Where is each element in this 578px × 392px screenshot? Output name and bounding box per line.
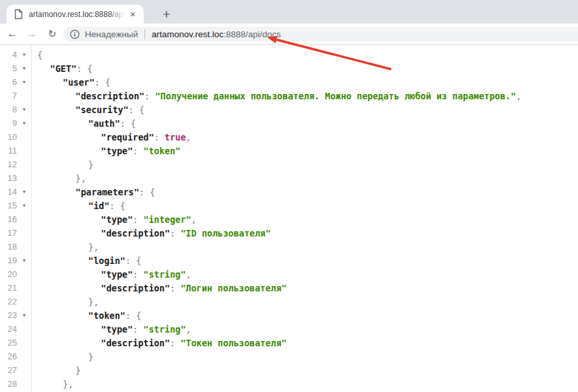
json-line: 20"type": "string", <box>0 267 578 281</box>
line-number: 21 <box>0 283 17 293</box>
json-punctuation: : <box>133 269 143 280</box>
line-number: 16 <box>0 214 17 224</box>
json-string-value: "Получение данных пользователя. Можно пе… <box>155 91 516 101</box>
json-string-value: "integer" <box>144 214 191 225</box>
json-code: }, <box>31 379 578 389</box>
json-code: "type": "token" <box>31 146 578 156</box>
new-tab-button[interactable]: + <box>158 6 175 23</box>
json-line: 23▼"token": { <box>0 308 578 322</box>
json-punctuation: , <box>186 269 191 280</box>
json-code: "type": "integer", <box>31 214 578 225</box>
line-number: 20 <box>0 269 17 279</box>
back-button[interactable]: ← <box>5 26 20 42</box>
line-number: 8 <box>0 105 17 114</box>
json-line: 11"type": "token" <box>0 144 578 157</box>
tab-title: artamonov.rest.loc:8888/api/do <box>29 10 127 19</box>
json-key: "description" <box>101 338 170 348</box>
reload-button[interactable]: ↻ <box>44 26 60 42</box>
json-key: "type" <box>101 214 133 225</box>
json-boolean-value: true <box>165 132 186 142</box>
url-host: artamonov.rest.loc <box>152 29 223 39</box>
browser-window: artamonov.rest.loc:8888/api/do ✕ + ← → ↻… <box>0 0 578 392</box>
line-number: 7 <box>0 91 17 101</box>
address-bar[interactable]: Ненадежный artamonov.rest.loc:8888/api/d… <box>63 27 578 41</box>
collapse-toggle-icon[interactable]: ▼ <box>17 203 31 208</box>
json-punctuation: }, <box>88 297 99 307</box>
json-punctuation: : <box>133 324 143 335</box>
collapse-toggle-icon[interactable]: ▼ <box>17 80 31 84</box>
json-line: 15▼"id": { <box>0 199 578 212</box>
json-code: } <box>31 365 578 376</box>
collapse-toggle-icon[interactable]: ▼ <box>17 107 31 112</box>
json-line: 7"description": "Получение данных пользо… <box>0 89 578 103</box>
json-key: "login" <box>88 255 125 266</box>
page-favicon-icon <box>14 9 24 20</box>
url-text[interactable]: artamonov.rest.loc:8888/api/docs <box>152 29 281 39</box>
json-punctuation: : <box>133 214 143 225</box>
forward-button[interactable]: → <box>24 26 39 42</box>
json-punctuation: , <box>186 132 191 142</box>
json-string-value: "Логин пользователя" <box>180 283 287 293</box>
line-number: 4 <box>0 50 17 59</box>
line-number: 11 <box>0 146 17 155</box>
line-number: 22 <box>0 297 17 306</box>
json-punctuation: : <box>170 283 180 293</box>
line-number: 9 <box>0 118 17 128</box>
json-code: }, <box>31 297 578 307</box>
json-key: "user" <box>63 77 95 88</box>
collapse-toggle-icon[interactable]: ▼ <box>17 189 31 194</box>
json-key: "type" <box>101 146 133 156</box>
line-number: 15 <box>0 201 17 210</box>
line-number: 18 <box>0 242 17 252</box>
json-line: 8▼"security": { <box>0 103 578 116</box>
json-key: "type" <box>101 269 133 280</box>
url-path: :8888/api/docs <box>223 29 281 39</box>
json-code: "description": "Токен пользователя" <box>31 338 578 348</box>
collapse-toggle-icon[interactable]: ▼ <box>17 258 31 263</box>
json-line: 4▼{ <box>0 48 578 61</box>
json-code: "description": "Логин пользователя" <box>31 283 578 293</box>
browser-tab[interactable]: artamonov.rest.loc:8888/api/do ✕ <box>7 5 144 24</box>
line-number: 23 <box>0 310 17 320</box>
json-line: 25"description": "Токен пользователя" <box>0 336 578 350</box>
line-number: 25 <box>0 338 17 348</box>
json-code: "type": "string", <box>31 324 578 335</box>
tab-strip: artamonov.rest.loc:8888/api/do ✕ + <box>0 0 578 24</box>
line-number: 27 <box>0 365 17 375</box>
json-key: "token" <box>88 310 125 321</box>
json-punctuation: : <box>170 338 180 348</box>
json-line: 5▼"GET": { <box>0 61 578 75</box>
json-viewer: 4▼{5▼"GET": {6▼"user": {7"description": … <box>0 46 578 392</box>
json-key: "description" <box>76 91 145 101</box>
json-punctuation: }, <box>76 173 86 184</box>
collapse-toggle-icon[interactable]: ▼ <box>17 121 31 125</box>
json-string-value: "token" <box>144 146 181 156</box>
line-number: 12 <box>0 159 17 169</box>
json-code: { <box>31 50 578 60</box>
line-number: 19 <box>0 255 17 265</box>
site-info-icon[interactable] <box>70 29 80 39</box>
json-punctuation: : { <box>139 187 155 197</box>
json-key: "type" <box>101 324 133 335</box>
json-punctuation: : { <box>76 63 92 74</box>
security-status-label[interactable]: Ненадежный <box>85 29 138 39</box>
collapse-toggle-icon[interactable]: ▼ <box>17 66 31 71</box>
line-number: 28 <box>0 379 17 389</box>
json-punctuation: }, <box>88 242 99 252</box>
line-number: 26 <box>0 351 17 361</box>
json-string-value: "Токен пользователя" <box>180 338 287 348</box>
json-line: 17"description": "ID пользователя" <box>0 226 578 240</box>
json-punctuation: : { <box>125 255 141 266</box>
tab-close-icon[interactable]: ✕ <box>127 8 138 20</box>
json-key: "description" <box>101 228 170 238</box>
json-line: 22}, <box>0 295 578 308</box>
json-key: "description" <box>101 283 170 293</box>
json-line: 24"type": "string", <box>0 322 578 336</box>
json-lines: 4▼{5▼"GET": {6▼"user": {7"description": … <box>0 48 578 391</box>
collapse-toggle-icon[interactable]: ▼ <box>17 313 31 318</box>
json-code: "required": true, <box>31 132 578 142</box>
json-code: "parameters": { <box>31 187 578 197</box>
json-punctuation: , <box>186 324 191 335</box>
json-line: 19▼"login": { <box>0 253 578 267</box>
collapse-toggle-icon[interactable]: ▼ <box>17 52 31 57</box>
